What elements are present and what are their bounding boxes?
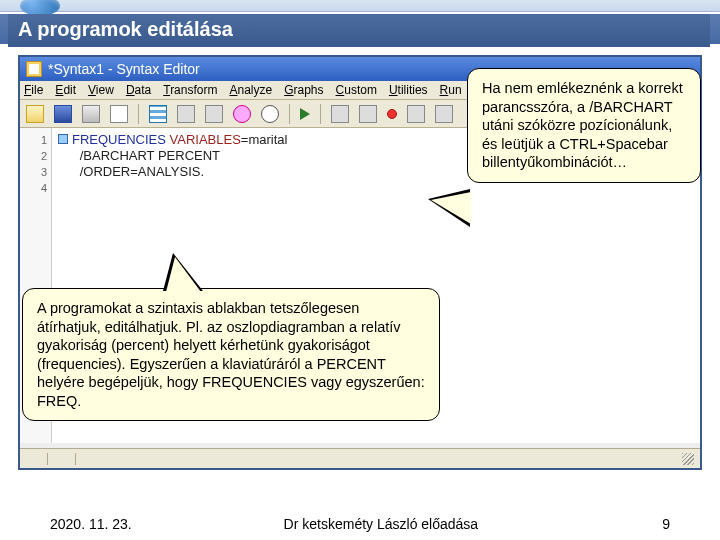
redo-icon[interactable] [205,105,223,123]
status-cell [20,453,48,465]
footer-author: Dr ketskeméty László előadása [284,516,479,532]
menu-analyze[interactable]: Analyze [229,83,272,97]
line-number: 2 [20,148,47,164]
kw-variables: VARIABLES [170,132,241,147]
step-icon[interactable] [407,105,425,123]
kw-frequencies: FREQUENCIES [72,132,166,147]
menu-custom[interactable]: Custom [336,83,377,97]
find-icon[interactable] [261,105,279,123]
callout-tail [163,253,203,291]
menu-file[interactable]: File [24,83,43,97]
print-icon[interactable] [82,105,100,123]
template-accent-bar [0,0,720,12]
line-number: 4 [20,180,47,196]
vars-icon[interactable] [359,105,377,123]
menu-graphs[interactable]: Graphs [284,83,323,97]
window-title-text: *Syntax1 - Syntax Editor [48,61,200,77]
menu-edit[interactable]: Edit [55,83,76,97]
app-icon [26,61,42,77]
code-text: /BARCHART PERCENT [80,148,220,163]
status-bar [20,448,700,468]
help-icon[interactable] [233,105,251,123]
menu-view[interactable]: View [88,83,114,97]
menu-utilities[interactable]: Utilities [389,83,428,97]
slide-footer: 2020. 11. 23. Dr ketskeméty László előad… [0,516,720,532]
active-command-indicator [58,134,68,144]
open-icon[interactable] [26,105,44,123]
callout-tail [428,189,470,227]
status-cell [48,453,76,465]
callout-text: Ha nem emlékeznénk a korrekt parancsszór… [482,80,683,170]
resize-grip[interactable] [682,453,694,465]
code-text: /ORDER=ANALYSIS. [80,164,204,179]
callout-ctrl-space: Ha nem emlékeznénk a korrekt parancsszór… [467,68,701,183]
footer-date: 2020. 11. 23. [50,516,132,532]
run-icon[interactable] [300,108,310,120]
toolbar-separator [138,104,139,124]
menu-data[interactable]: Data [126,83,151,97]
callout-text: A programokat a szintaxis ablakban tetsz… [37,300,425,409]
line-number: 1 [20,132,47,148]
toolbar-separator [320,104,321,124]
code-text: =marital [241,132,288,147]
line-number: 3 [20,164,47,180]
slide-title: A programok editálása [8,14,710,47]
save-icon[interactable] [54,105,72,123]
goto-icon[interactable] [331,105,349,123]
callout-edit-info: A programokat a szintaxis ablakban tetsz… [22,288,440,421]
toolbar-separator [289,104,290,124]
menu-run[interactable]: Run [440,83,462,97]
preview-icon[interactable] [110,105,128,123]
footer-page-number: 9 [630,516,670,532]
dialog-recall-icon[interactable] [149,105,167,123]
options-icon[interactable] [435,105,453,123]
undo-icon[interactable] [177,105,195,123]
menu-transform[interactable]: Transform [163,83,217,97]
breakpoint-icon[interactable] [387,109,397,119]
